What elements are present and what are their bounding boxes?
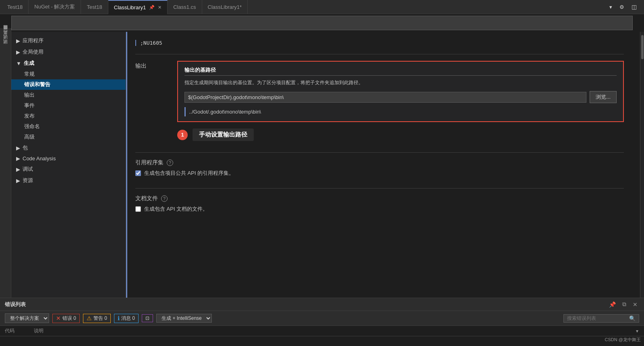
sidebar-label: 输出	[24, 91, 35, 99]
output-label: 输出	[135, 61, 168, 70]
sidebar: ▶ 应用程序 ▶ 全局使用 ▼ 生成 常规 错误和警告 输出	[11, 32, 126, 298]
expand-icon: ▶	[16, 38, 20, 44]
error-badge[interactable]: ✕ 错误 0	[52, 314, 80, 323]
tooltip-title: 输出的基路径	[184, 66, 617, 76]
scope-dropdown[interactable]: 整个解决方案	[5, 313, 49, 323]
search-errors-bar: 🔍	[563, 314, 639, 323]
sidebar-label: 全局使用	[23, 48, 43, 56]
error-panel-toolbar: 整个解决方案 ✕ 错误 0 ⚠ 警告 0 ℹ 消息 0 ⊡ 生成 + Intel…	[0, 311, 644, 326]
toolbar-item-toolbox[interactable]: 工具箱	[2, 36, 9, 39]
sidebar-item-global[interactable]: ▶ 全局使用	[11, 46, 126, 58]
sidebar-item-app[interactable]: ▶ 应用程序	[11, 35, 126, 46]
reference-assembly-help-icon[interactable]: ?	[167, 160, 173, 166]
sidebar-item-debug[interactable]: ▶ 调试	[11, 164, 126, 175]
doc-file-help-icon[interactable]: ?	[161, 195, 168, 202]
col-desc[interactable]: 说明	[34, 327, 631, 334]
sidebar-label: 应用程序	[23, 37, 43, 44]
sidebar-item-events[interactable]: 事件	[11, 100, 126, 111]
sidebar-label: 错误和警告	[24, 81, 50, 88]
warning-count: 警告 0	[93, 315, 107, 322]
sidebar-item-errors-warnings[interactable]: 错误和警告	[11, 79, 126, 90]
sidebar-item-strong-name[interactable]: 强命名	[11, 121, 126, 132]
tab-label: Test18	[7, 4, 23, 10]
ref-assembly-checkbox-label[interactable]: 生成包含项目公共 API 的引用程序集。	[144, 170, 234, 177]
sidebar-item-package[interactable]: ▶ 包	[11, 142, 126, 153]
tab-classlibrary1-star[interactable]: ClassLibrary1*	[202, 0, 248, 14]
code-text: ;NU1605	[135, 40, 624, 46]
divider-2	[135, 152, 624, 153]
search-errors-input[interactable]	[567, 315, 627, 321]
sidebar-item-build[interactable]: ▼ 生成	[11, 58, 126, 69]
settings-icon[interactable]: ⚙	[617, 3, 627, 11]
output-path-row: 浏览...	[184, 91, 617, 103]
close-tab-icon[interactable]: ✕	[158, 5, 162, 10]
float-icon[interactable]: ⧉	[621, 300, 628, 309]
sidebar-item-publish[interactable]: 发布	[11, 111, 126, 121]
sidebar-label: 事件	[24, 102, 35, 109]
tab-label: ClassLibrary1*	[208, 4, 242, 10]
settings-scrollbar[interactable]	[640, 32, 644, 298]
watermark: CSDN @龙中舞王	[605, 337, 641, 343]
auto-hide-icon[interactable]: 📌	[607, 300, 617, 309]
output-resolved-path: ../Godot/.godot\mono\temp\bin\	[184, 107, 617, 116]
sidebar-label: 高级	[24, 133, 35, 141]
watermark-text: CSDN @龙中舞王	[605, 337, 641, 342]
right-panel-icon[interactable]: ◫	[629, 3, 639, 11]
doc-file-checkbox-label[interactable]: 生成包含 API 文档的文件。	[144, 205, 208, 213]
search-input[interactable]	[15, 20, 629, 26]
info-badge[interactable]: ℹ 消息 0	[114, 314, 139, 323]
search-icon: 🔍	[629, 315, 636, 321]
sidebar-label: 常规	[24, 70, 35, 78]
doc-file-checkbox-row: 生成包含 API 文档的文件。	[135, 205, 624, 213]
search-bar	[11, 16, 633, 30]
toolbar-item-server[interactable]: 服务器资源管理器	[2, 31, 9, 35]
filter-badge[interactable]: ⊡	[142, 314, 153, 322]
code-value: ;NU1605	[140, 40, 162, 46]
tab-classlibrary1[interactable]: ClassLibrary1 📌 ✕	[108, 0, 168, 14]
reference-assembly-checkbox[interactable]	[135, 170, 141, 176]
path-value-text: ../Godot/.godot\mono\temp\bin\	[189, 109, 261, 115]
tab-test18-2[interactable]: Test18	[81, 0, 108, 14]
tab-bar: Test18 NuGet - 解决方案 Test18 ClassLibrary1…	[0, 0, 644, 14]
close-panel-icon[interactable]: ✕	[631, 300, 639, 309]
sidebar-item-general[interactable]: 常规	[11, 69, 126, 79]
left-toolbar: 服务器资源管理器 工具箱 调试 测试	[0, 28, 11, 298]
settings-panel: ;NU1605 输出 输出的基路径	[127, 32, 640, 298]
pin-icon: 📌	[149, 5, 155, 10]
toolbar-item-debug[interactable]: 调试	[2, 41, 9, 44]
error-panel-header: 错误列表 📌 ⧉ ✕	[0, 298, 644, 311]
message-count: 消息 0	[121, 315, 135, 322]
sidebar-label: 生成	[24, 60, 34, 67]
build-filter-dropdown[interactable]: 生成 + IntelliSense	[156, 314, 212, 323]
sidebar-item-advanced[interactable]: 高级	[11, 132, 126, 142]
doc-file-checkbox[interactable]	[135, 206, 141, 212]
reference-assembly-checkbox-row: 生成包含项目公共 API 的引用程序集。	[135, 170, 624, 177]
callout-label: 手动设置输出路径	[193, 128, 254, 141]
reference-assembly-section: 引用程序集 ? 生成包含项目公共 API 的引用程序集。	[135, 159, 624, 177]
reference-assembly-header: 引用程序集 ?	[135, 159, 624, 166]
tab-class1cs[interactable]: Class1.cs	[168, 0, 202, 14]
expand-icon: ▶	[16, 155, 20, 162]
tab-dropdown-btn[interactable]: ▾	[607, 3, 615, 11]
tab-actions: ▾ ⚙ ◫	[607, 3, 642, 11]
ref-assembly-title: 引用程序集	[135, 159, 164, 166]
sidebar-item-output[interactable]: 输出	[11, 90, 126, 100]
expand-icon: ▼	[16, 60, 21, 66]
tab-nuget[interactable]: NuGet - 解决方案	[29, 0, 81, 14]
help-text: ?	[169, 160, 171, 165]
col-code[interactable]: 代码	[5, 327, 29, 334]
tab-label: ClassLibrary1	[114, 4, 146, 10]
tab-test18-1[interactable]: Test18	[2, 0, 29, 14]
callout-label-text: 手动设置输出路径	[199, 131, 247, 138]
toolbar-item-test[interactable]: 测试	[2, 46, 9, 49]
browse-button[interactable]: 浏览...	[590, 91, 617, 103]
sidebar-item-code-analysis[interactable]: ▶ Code Analysis	[11, 153, 126, 164]
sidebar-item-resources[interactable]: ▶ 资源	[11, 175, 126, 186]
warning-badge[interactable]: ⚠ 警告 0	[83, 314, 111, 323]
scrollbar-thumb	[641, 35, 644, 59]
output-path-input[interactable]	[184, 92, 586, 103]
browse-label: 浏览...	[596, 94, 611, 100]
error-panel: 错误列表 📌 ⧉ ✕ 整个解决方案 ✕ 错误 0 ⚠ 警告 0 ℹ 消息 0	[0, 298, 644, 346]
doc-file-section: 文档文件 ? 生成包含 API 文档的文件。	[135, 195, 624, 213]
expand-icon: ▶	[16, 178, 20, 184]
